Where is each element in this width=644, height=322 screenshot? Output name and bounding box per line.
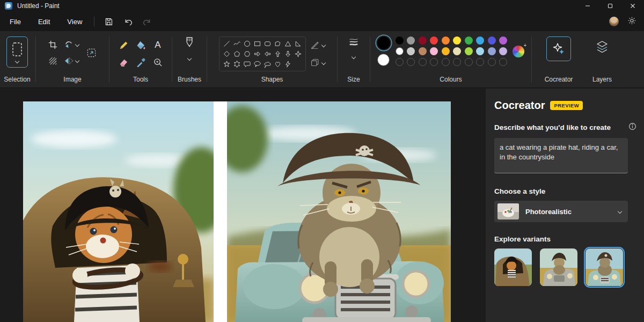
- shape-speech-bubble-icon[interactable]: [242, 59, 252, 69]
- redo-button[interactable]: [139, 14, 155, 28]
- cocreator-button[interactable]: [546, 36, 571, 61]
- chevron-down-icon[interactable]: [352, 55, 356, 59]
- shape-arrow-down-icon[interactable]: [283, 49, 293, 59]
- maximize-button[interactable]: [599, 0, 621, 12]
- undo-button[interactable]: [120, 14, 136, 28]
- shape-arrow-left-icon[interactable]: [262, 49, 273, 59]
- shape-oval-callout-icon[interactable]: [252, 59, 262, 69]
- eyedropper-button[interactable]: [132, 54, 149, 71]
- shape-star-4-icon[interactable]: [293, 49, 303, 59]
- crop-button[interactable]: [45, 36, 61, 53]
- colour-swatch[interactable]: [430, 47, 438, 55]
- colour-swatch[interactable]: [419, 47, 427, 55]
- menu-view[interactable]: View: [60, 14, 90, 29]
- canvas-gap[interactable]: [214, 101, 227, 322]
- variant-thumbnail[interactable]: [494, 248, 532, 286]
- colour-2-selector[interactable]: [377, 54, 390, 66]
- colour-swatch[interactable]: [396, 36, 404, 45]
- eraser-button[interactable]: [115, 54, 132, 71]
- empty-colour-slot[interactable]: [442, 58, 450, 66]
- shape-curve-icon[interactable]: [232, 39, 242, 49]
- shape-rounded-rectangle-icon[interactable]: [262, 39, 273, 49]
- shape-thought-bubble-icon[interactable]: [262, 59, 273, 69]
- colour-swatch[interactable]: [442, 36, 450, 45]
- shape-diamond-icon[interactable]: [222, 49, 232, 59]
- shape-right-triangle-icon[interactable]: [293, 39, 303, 49]
- menu-file[interactable]: File: [2, 14, 28, 29]
- resize-button[interactable]: [82, 43, 100, 62]
- empty-colour-slot[interactable]: [407, 58, 415, 66]
- colour-swatch[interactable]: [476, 36, 484, 45]
- shape-triangle-icon[interactable]: [283, 39, 293, 49]
- selection-tool-button[interactable]: [6, 36, 28, 68]
- info-icon[interactable]: [628, 122, 636, 133]
- layers-button[interactable]: [595, 36, 610, 57]
- shape-hexagon-icon[interactable]: [242, 49, 252, 59]
- empty-colour-slot[interactable]: [488, 58, 496, 66]
- shape-ellipse-icon[interactable]: [242, 39, 252, 49]
- colour-swatch[interactable]: [442, 47, 450, 55]
- prompt-input[interactable]: [494, 138, 628, 173]
- canvas-image-left[interactable]: [23, 101, 214, 322]
- shape-pentagon-icon[interactable]: [232, 49, 242, 59]
- empty-colour-slot[interactable]: [419, 58, 427, 66]
- colour-swatch[interactable]: [407, 47, 415, 55]
- account-avatar[interactable]: [609, 17, 619, 26]
- shape-star-5-icon[interactable]: [222, 59, 232, 69]
- layers-group: Layers: [584, 31, 620, 87]
- menu-edit[interactable]: Edit: [31, 14, 57, 29]
- empty-colour-slot[interactable]: [465, 58, 473, 66]
- colour-swatch[interactable]: [499, 47, 507, 55]
- colour-swatch[interactable]: [453, 36, 461, 45]
- colour-swatch[interactable]: [488, 36, 496, 45]
- empty-colour-slot[interactable]: [476, 58, 484, 66]
- close-button[interactable]: [621, 0, 644, 12]
- empty-colour-slot[interactable]: [430, 58, 438, 66]
- brushes-button[interactable]: [184, 36, 195, 53]
- text-tool-button[interactable]: A: [149, 36, 166, 54]
- colour-swatch[interactable]: [465, 36, 473, 45]
- shape-outline-button[interactable]: [310, 41, 325, 50]
- empty-colour-slot[interactable]: [499, 58, 507, 66]
- variant-thumbnail[interactable]: [540, 248, 577, 286]
- drawing-canvas[interactable]: [23, 101, 451, 322]
- size-button[interactable]: [348, 36, 360, 50]
- style-dropdown[interactable]: Photorealistic: [494, 201, 628, 222]
- colour-swatch[interactable]: [407, 36, 415, 45]
- colour-swatch[interactable]: [488, 47, 496, 55]
- flip-button[interactable]: [61, 53, 77, 69]
- empty-colour-slot[interactable]: [396, 58, 404, 66]
- shape-lightning-icon[interactable]: [283, 59, 293, 69]
- colour-swatch[interactable]: [430, 36, 438, 45]
- chevron-down-icon[interactable]: [187, 56, 192, 61]
- colour-swatch[interactable]: [396, 47, 404, 55]
- magnifier-button[interactable]: [149, 54, 166, 71]
- save-button[interactable]: [100, 14, 116, 28]
- colour-swatch[interactable]: [453, 47, 461, 55]
- colour-swatch[interactable]: [476, 47, 484, 55]
- shape-fill-button[interactable]: [310, 58, 325, 67]
- settings-button[interactable]: [627, 16, 636, 27]
- save-icon: [104, 17, 113, 26]
- pencil-button[interactable]: [115, 36, 132, 54]
- shape-arrow-up-icon[interactable]: [273, 49, 283, 59]
- colour-swatch[interactable]: [465, 47, 473, 55]
- shape-rectangle-icon[interactable]: [252, 39, 262, 49]
- brushes-group-label: Brushes: [178, 76, 201, 83]
- skew-button[interactable]: [45, 53, 61, 69]
- rotate-button[interactable]: [61, 36, 77, 53]
- shape-arrow-right-icon[interactable]: [252, 49, 262, 59]
- empty-colour-slot[interactable]: [453, 58, 461, 66]
- shape-polygon-icon[interactable]: [273, 39, 283, 49]
- canvas-image-right[interactable]: [227, 101, 451, 322]
- fill-button[interactable]: [132, 36, 149, 54]
- shape-heart-icon[interactable]: [273, 59, 283, 69]
- colour-1-selector[interactable]: [377, 36, 390, 49]
- colour-swatch[interactable]: [499, 36, 507, 45]
- colour-swatch[interactable]: [419, 36, 427, 45]
- shape-star-6-icon[interactable]: [232, 59, 242, 69]
- variant-thumbnail[interactable]: [586, 248, 623, 286]
- shape-line-icon[interactable]: [222, 39, 232, 49]
- edit-colours-button[interactable]: [513, 46, 524, 57]
- minimize-button[interactable]: [576, 0, 599, 12]
